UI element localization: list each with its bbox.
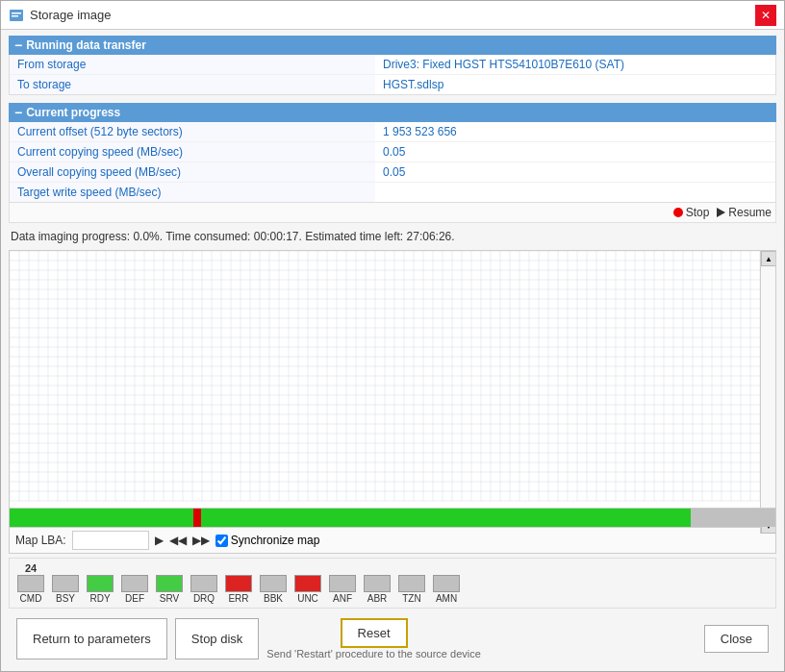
tzn-label: TZN bbox=[402, 593, 420, 604]
err-label: ERR bbox=[228, 593, 248, 604]
sync-map-text: Synchronize map bbox=[231, 534, 320, 547]
legend-def: DEF bbox=[119, 562, 150, 604]
bsy-box bbox=[52, 575, 79, 592]
srv-label: SRV bbox=[160, 593, 179, 604]
srv-box bbox=[156, 575, 183, 592]
anf-box bbox=[329, 575, 356, 592]
stop-disk-button[interactable]: Stop disk bbox=[175, 618, 259, 660]
current-speed-value: 0.05 bbox=[375, 142, 775, 162]
overall-speed-label: Overall copying speed (MB/sec) bbox=[10, 162, 375, 182]
current-speed-label: Current copying speed (MB/sec) bbox=[10, 142, 375, 162]
unc-label: UNC bbox=[297, 593, 318, 604]
map-container: ▲ ▼ Map LBA: ▶ ◀◀ ▶▶ bbox=[9, 250, 776, 554]
lba-label: Map LBA: bbox=[15, 534, 66, 547]
overview-red-segment bbox=[193, 509, 201, 527]
amn-box bbox=[433, 575, 460, 592]
to-storage-row: To storage HGST.sdlsp bbox=[10, 75, 775, 94]
drq-label: DRQ bbox=[193, 593, 215, 604]
overall-speed-value: 0.05 bbox=[375, 162, 775, 182]
status-text: Data imaging progress: 0.0%. Time consum… bbox=[9, 227, 776, 246]
grid-canvas bbox=[10, 251, 775, 508]
abr-box bbox=[364, 575, 391, 592]
unc-box bbox=[294, 575, 321, 592]
close-button[interactable]: Close bbox=[704, 625, 769, 653]
running-transfer-section: − Running data transfer From storage Dri… bbox=[9, 36, 776, 95]
def-box bbox=[121, 575, 148, 592]
play-icon bbox=[717, 208, 725, 217]
cmd-box bbox=[17, 575, 44, 592]
scroll-up-button[interactable]: ▲ bbox=[761, 251, 775, 266]
tzn-box bbox=[398, 575, 425, 592]
next-fast-button[interactable]: ▶▶ bbox=[192, 534, 210, 547]
sync-map-checkbox[interactable] bbox=[215, 535, 228, 547]
collapse-progress-icon: − bbox=[14, 106, 22, 119]
stop-button[interactable]: Stop bbox=[673, 206, 710, 219]
bbk-count bbox=[271, 562, 274, 574]
resume-button[interactable]: Resume bbox=[717, 206, 772, 219]
from-storage-row: From storage Drive3: Fixed HGST HTS54101… bbox=[10, 55, 775, 75]
anf-label: ANF bbox=[333, 593, 352, 604]
bsy-count bbox=[63, 562, 66, 574]
to-storage-value: HGST.sdlsp bbox=[375, 75, 775, 94]
current-progress-section: − Current progress Current offset (512 b… bbox=[9, 103, 776, 223]
offset-label: Current offset (512 byte sectors) bbox=[10, 122, 375, 141]
drq-box bbox=[190, 575, 217, 592]
overview-green-segment bbox=[10, 509, 193, 527]
err-box bbox=[225, 575, 252, 592]
bsy-label: BSY bbox=[56, 593, 75, 604]
close-window-button[interactable]: ✕ bbox=[755, 5, 776, 26]
from-storage-value: Drive3: Fixed HGST HTS541010B7E610 (SAT) bbox=[375, 55, 775, 74]
resume-label: Resume bbox=[728, 206, 772, 219]
bottom-left-buttons: Return to parameters Stop disk Reset Sen… bbox=[16, 618, 481, 660]
title-bar: Storage image ✕ bbox=[1, 1, 784, 30]
offset-value: 1 953 523 656 bbox=[375, 122, 775, 141]
bottom-buttons: Return to parameters Stop disk Reset Sen… bbox=[9, 612, 776, 665]
abr-count bbox=[375, 562, 378, 574]
bbk-label: BBK bbox=[264, 593, 283, 604]
cmd-count: 24 bbox=[25, 562, 37, 574]
running-transfer-title: Running data transfer bbox=[26, 38, 146, 52]
svg-rect-2 bbox=[12, 15, 18, 17]
title-bar-left: Storage image bbox=[9, 8, 112, 23]
current-progress-header: − Current progress bbox=[9, 103, 776, 122]
legend-bsy: BSY bbox=[50, 562, 81, 604]
legend-drq: DRQ bbox=[189, 562, 219, 604]
amn-label: AMN bbox=[436, 593, 457, 604]
overview-gray-segment bbox=[691, 509, 775, 527]
tzn-count bbox=[410, 562, 413, 574]
scroll-track bbox=[761, 266, 775, 508]
legend-abr: ABR bbox=[362, 562, 392, 604]
legend-row: 24 CMD BSY RDY DEF bbox=[9, 558, 776, 609]
legend-err: ERR bbox=[223, 562, 254, 604]
prev-fast-button[interactable]: ◀◀ bbox=[169, 534, 187, 547]
svg-rect-1 bbox=[12, 12, 21, 14]
current-speed-row: Current copying speed (MB/sec) 0.05 bbox=[10, 142, 775, 162]
collapse-icon: − bbox=[14, 38, 22, 52]
rdy-label: RDY bbox=[89, 593, 110, 604]
rdy-count bbox=[98, 562, 101, 574]
reset-tooltip: Send 'Restart' procedure to the source d… bbox=[266, 648, 481, 660]
vertical-scrollbar[interactable]: ▲ ▼ bbox=[760, 251, 775, 508]
lba-input[interactable] bbox=[72, 531, 149, 550]
def-count bbox=[133, 562, 136, 574]
current-progress-title: Current progress bbox=[26, 106, 120, 119]
overall-speed-row: Overall copying speed (MB/sec) 0.05 bbox=[10, 162, 775, 183]
reset-wrapper: Reset Send 'Restart' procedure to the so… bbox=[266, 618, 481, 660]
running-transfer-table: From storage Drive3: Fixed HGST HTS54101… bbox=[9, 55, 776, 95]
target-speed-value bbox=[375, 183, 775, 202]
abr-label: ABR bbox=[367, 593, 388, 604]
return-to-parameters-button[interactable]: Return to parameters bbox=[16, 618, 167, 660]
legend-unc: UNC bbox=[292, 562, 323, 604]
stop-icon bbox=[673, 208, 683, 217]
play-nav-button[interactable]: ▶ bbox=[155, 534, 164, 547]
legend-amn: AMN bbox=[431, 562, 462, 604]
window-title: Storage image bbox=[30, 8, 112, 22]
overview-green-segment2 bbox=[201, 509, 691, 527]
legend-anf: ANF bbox=[327, 562, 358, 604]
stop-resume-bar: Stop Resume bbox=[9, 203, 776, 223]
from-storage-label: From storage bbox=[10, 55, 375, 74]
sync-map-label[interactable]: Synchronize map bbox=[215, 534, 320, 547]
reset-button[interactable]: Reset bbox=[341, 618, 408, 648]
offset-row: Current offset (512 byte sectors) 1 953 … bbox=[10, 122, 775, 142]
legend-tzn: TZN bbox=[396, 562, 427, 604]
